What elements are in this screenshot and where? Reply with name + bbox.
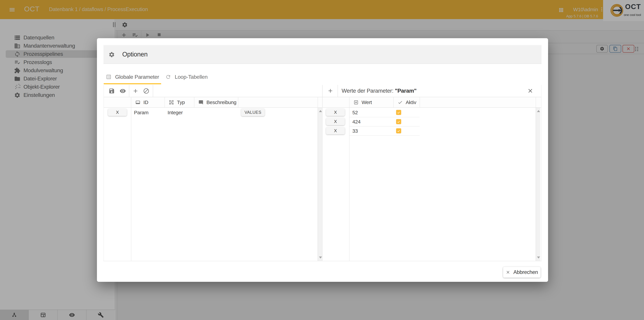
delete-row-button[interactable]: X [326, 109, 345, 116]
tab-label: Globale Parameter [115, 74, 159, 80]
dialog-title-bar: Optionen [104, 45, 542, 64]
column-header-typ[interactable]: Typ [164, 97, 194, 107]
scrollbar[interactable] [318, 108, 322, 261]
values-body: X 52 X 424 X 33 [322, 108, 541, 261]
column-header-id[interactable]: ID [131, 97, 164, 107]
scroll-down-icon[interactable] [537, 257, 540, 259]
dialog-title: Optionen [122, 51, 148, 58]
column-header-scroll [318, 97, 322, 107]
check-icon [398, 100, 403, 105]
column-header-empty [238, 97, 318, 107]
refresh-icon [165, 74, 171, 80]
delete-row-button[interactable]: X [326, 127, 345, 134]
add-icon[interactable] [327, 88, 334, 94]
list-box-icon [106, 74, 112, 80]
column-header-aktiv[interactable]: Aktiv [393, 97, 420, 107]
grid-line [349, 108, 350, 261]
format-shapes-icon [169, 100, 174, 105]
app-root: OCT Datenbank 1 / dataflows / ProcessExe… [0, 0, 644, 320]
parameters-header-row: ID Typ Beschreibung [104, 97, 322, 108]
values-panel: Werte der Parameter: "Param" Wert Aktiv [322, 85, 542, 261]
column-header-empty [420, 97, 536, 107]
scroll-up-icon[interactable] [319, 110, 322, 112]
column-label: ID [144, 99, 148, 105]
toolbar-divider [129, 85, 129, 97]
cancel-button[interactable]: Abbrechen [503, 267, 540, 278]
add-icon[interactable] [132, 88, 139, 94]
column-label: Aktiv [406, 99, 416, 105]
column-label: Typ [177, 99, 185, 105]
close-icon [506, 270, 510, 275]
parameter-name: "Param" [395, 88, 416, 94]
values-header-row: Wert Aktiv [322, 97, 541, 108]
scrollbar[interactable] [536, 108, 540, 261]
cell-typ[interactable]: Integer [168, 110, 183, 115]
values-panel-header: Werte der Parameter: "Param" [322, 85, 541, 97]
comment-icon [198, 100, 204, 105]
row-separator [349, 126, 420, 126]
aktiv-checkbox[interactable] [396, 110, 401, 115]
tab-label: Loop-Tabellen [175, 74, 208, 80]
column-label: Beschreibung [206, 99, 236, 105]
aktiv-checkbox[interactable] [396, 119, 401, 124]
column-header-wert[interactable]: Wert [349, 97, 393, 107]
tab-loop-tabellen[interactable]: Loop-Tabellen [165, 70, 208, 83]
cancel-label: Abbrechen [513, 269, 538, 275]
parameters-body: X Param Integer VALUES [104, 108, 322, 261]
parameters-grid: ID Typ Beschreibung [104, 85, 322, 261]
scroll-up-icon[interactable] [537, 110, 540, 112]
cell-id[interactable]: Param [134, 110, 148, 115]
tab-globale-parameter[interactable]: Globale Parameter [104, 70, 161, 83]
cell-wert[interactable]: 33 [352, 128, 358, 134]
column-header-scroll [536, 97, 540, 107]
parameters-toolbar [104, 85, 322, 97]
column-label: Wert [362, 99, 372, 105]
number-icon [354, 100, 358, 105]
cell-wert[interactable]: 52 [352, 110, 358, 115]
card-icon [135, 100, 140, 105]
delete-row-button[interactable]: X [108, 109, 127, 116]
header-divider [338, 85, 338, 97]
toolbar-divider [153, 85, 153, 97]
grid-line [131, 108, 131, 261]
scroll-down-icon[interactable] [319, 257, 322, 259]
cell-wert[interactable]: 424 [352, 119, 360, 125]
row-separator [349, 135, 420, 136]
values-button[interactable]: VALUES [241, 109, 265, 116]
row-separator [349, 117, 420, 117]
delete-row-button[interactable]: X [326, 118, 345, 125]
column-header-beschreibung[interactable]: Beschreibung [194, 97, 238, 107]
active-tab-indicator [104, 83, 161, 84]
options-dialog: Optionen Globale Parameter Loop-Tabellen [97, 38, 548, 282]
eye-icon[interactable] [120, 88, 126, 94]
close-icon[interactable] [527, 88, 534, 94]
block-icon[interactable] [143, 88, 150, 94]
aktiv-checkbox[interactable] [396, 128, 401, 133]
values-panel-title: Werte der Parameter: "Param" [342, 88, 416, 94]
dialog-panes: ID Typ Beschreibung [104, 85, 542, 261]
save-icon[interactable] [108, 88, 115, 94]
gear-icon [108, 51, 115, 58]
